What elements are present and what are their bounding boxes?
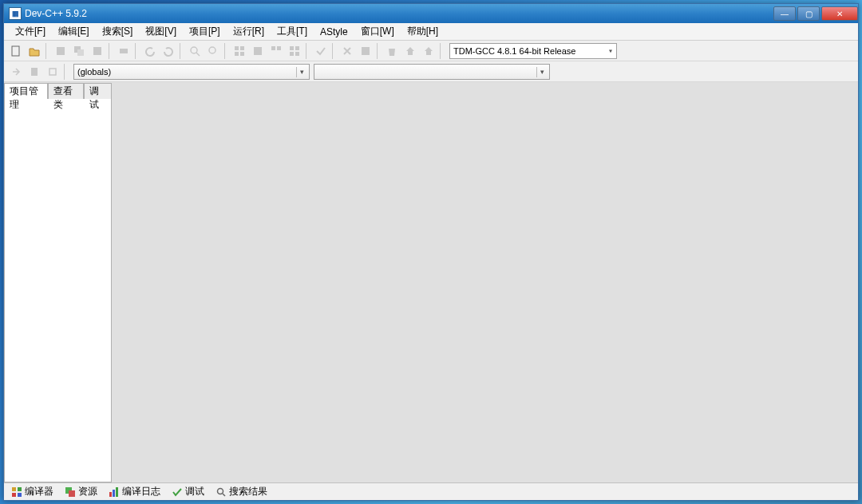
house2-button — [420, 42, 437, 60]
scope-combo[interactable]: (globals) ▾ — [73, 64, 310, 80]
bottom-tab-label: 搜索结果 — [229, 485, 267, 498]
save-as-button — [89, 42, 106, 60]
tab-project[interactable]: 项目管理 — [4, 83, 48, 99]
svg-rect-9 — [235, 46, 239, 50]
svg-rect-16 — [290, 46, 294, 50]
trash-icon — [386, 45, 397, 57]
svg-rect-4 — [93, 47, 101, 55]
bottom-tab-resources[interactable]: 资源 — [59, 483, 103, 500]
stop-button — [338, 42, 356, 60]
toolbar-separator — [377, 43, 381, 59]
print-icon — [118, 45, 129, 57]
save-as-icon — [92, 45, 103, 57]
window-title: Dev-C++ 5.9.2 — [25, 8, 772, 19]
menu-tools[interactable]: 工具[T] — [271, 23, 314, 40]
menu-view[interactable]: 视图[V] — [139, 23, 183, 40]
goto-button — [7, 63, 25, 81]
svg-rect-21 — [31, 68, 38, 76]
undo-icon — [144, 45, 156, 57]
minimize-button[interactable]: — — [773, 6, 796, 21]
editor-area[interactable] — [112, 82, 858, 482]
svg-rect-1 — [57, 47, 65, 55]
square-icon — [47, 66, 58, 77]
project-tree[interactable] — [4, 98, 112, 482]
svg-rect-23 — [12, 487, 16, 491]
chart-icon — [109, 486, 120, 498]
debug-button — [312, 42, 330, 60]
bottom-tab-compile-log[interactable]: 编译日志 — [103, 483, 166, 500]
menu-help[interactable]: 帮助[H] — [401, 23, 445, 40]
toolbar-separator — [135, 43, 139, 59]
menu-run[interactable]: 运行[R] — [227, 23, 271, 40]
save-icon — [55, 45, 66, 57]
svg-point-8 — [209, 47, 216, 53]
compiler-combo-label: TDM-GCC 4.8.1 64-bit Release — [453, 46, 575, 56]
toolbar-separator — [224, 43, 228, 59]
left-panel: 项目管理 查看类 调试 — [4, 82, 112, 482]
run-button — [249, 42, 267, 60]
bottom-tab-debug[interactable]: 调试 — [166, 483, 210, 500]
svg-rect-17 — [295, 46, 299, 50]
svg-point-32 — [218, 488, 223, 494]
titlebar[interactable]: ▦ Dev-C++ 5.9.2 — ▢ ✕ — [4, 4, 858, 23]
svg-line-33 — [223, 494, 225, 496]
redo-icon — [163, 45, 174, 57]
search-icon — [189, 45, 200, 57]
grid-icon — [234, 45, 245, 57]
bottom-tab-label: 编译器 — [25, 485, 53, 498]
save-all-icon — [73, 45, 85, 57]
svg-rect-30 — [113, 490, 115, 497]
svg-rect-31 — [116, 487, 118, 497]
svg-rect-26 — [18, 493, 22, 497]
svg-rect-13 — [254, 47, 262, 55]
redo-button — [160, 42, 177, 60]
new-file-button[interactable] — [7, 42, 25, 60]
undo-button — [141, 42, 159, 60]
svg-rect-18 — [290, 52, 294, 56]
toolbar-separator — [45, 43, 49, 59]
app-icon: ▦ — [9, 7, 22, 20]
open-button[interactable] — [26, 42, 43, 60]
svg-rect-3 — [77, 49, 84, 56]
maximize-button[interactable]: ▢ — [797, 6, 820, 21]
profile-icon — [360, 45, 371, 57]
menu-astyle[interactable]: AStyle — [314, 25, 354, 39]
replace-button — [204, 42, 222, 60]
chevron-down-icon: ▾ — [536, 67, 547, 77]
bottom-tabs: 编译器 资源 编译日志 调试 搜索结果 — [4, 482, 858, 500]
tab-debug[interactable]: 调试 — [84, 83, 112, 99]
svg-rect-14 — [271, 46, 275, 50]
toolbar-separator — [440, 43, 444, 59]
bottom-tab-label: 编译日志 — [122, 485, 160, 498]
svg-rect-0 — [12, 46, 19, 56]
svg-line-7 — [196, 53, 200, 56]
menu-edit[interactable]: 编辑[E] — [52, 23, 96, 40]
bookmark-icon — [29, 66, 40, 77]
rebuild-icon — [289, 45, 300, 57]
save-button — [52, 42, 69, 60]
member-combo[interactable]: ▾ — [314, 64, 550, 80]
close-icon — [342, 45, 353, 57]
bottom-tab-search-results[interactable]: 搜索结果 — [210, 483, 273, 500]
bottom-tab-compiler[interactable]: 编译器 — [6, 483, 59, 500]
replace-icon — [208, 45, 219, 57]
toolbar-separator — [306, 43, 310, 59]
close-button[interactable]: ✕ — [821, 6, 858, 21]
menu-file[interactable]: 文件[F] — [9, 23, 52, 40]
grid-icon — [11, 486, 22, 498]
svg-rect-5 — [120, 49, 128, 53]
copy-icon — [65, 486, 76, 498]
chevron-down-icon: ▾ — [296, 67, 306, 77]
menu-search[interactable]: 搜索[S] — [96, 23, 140, 40]
tab-classes[interactable]: 查看类 — [48, 83, 84, 99]
toolbar-separator — [332, 43, 336, 59]
compiler-combo[interactable]: TDM-GCC 4.8.1 64-bit Release — [449, 43, 617, 59]
check-icon — [315, 45, 326, 57]
menu-project[interactable]: 项目[P] — [183, 23, 227, 40]
menu-window[interactable]: 窗口[W] — [354, 23, 401, 40]
svg-rect-28 — [69, 490, 75, 497]
bottom-tab-label: 资源 — [78, 485, 97, 498]
compile-run-button — [267, 42, 285, 60]
open-folder-icon — [29, 45, 40, 57]
toolbar-separator — [109, 43, 113, 59]
